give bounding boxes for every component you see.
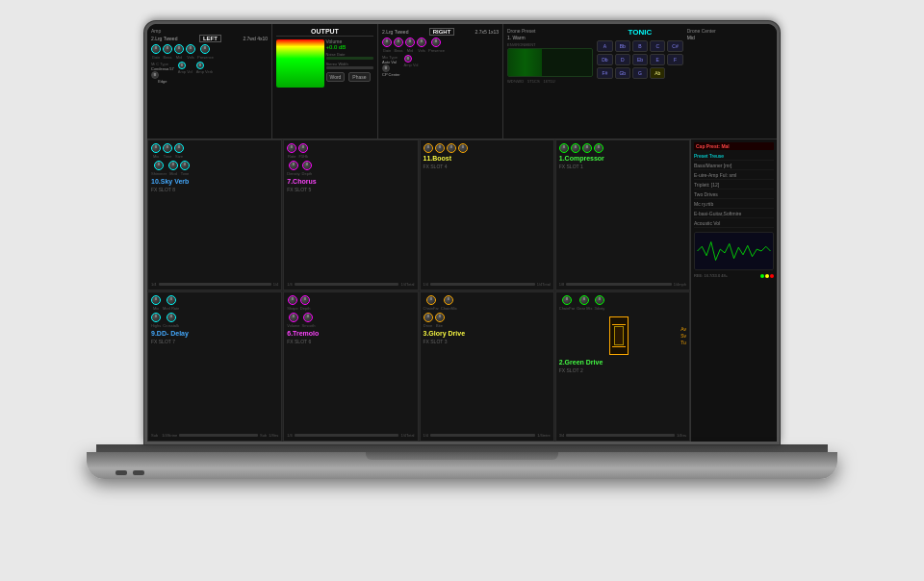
knob-amp-vol-right[interactable] <box>404 55 412 63</box>
tonic-key-eb[interactable]: Eb <box>632 54 648 65</box>
knob-3-comp[interactable] <box>582 143 592 153</box>
preset-item-2[interactable]: Bass/Manner [mr] <box>694 162 774 170</box>
preset-item-5[interactable]: Two Drives <box>694 190 774 199</box>
knob-tone-skyverb[interactable] <box>180 161 190 170</box>
knob-cross-delay[interactable] <box>167 313 176 322</box>
fx-label-greendrive: FX SLOT 2 <box>559 367 686 373</box>
drone-preset-label: Drone Preset <box>507 28 593 34</box>
tonic-key-csharp[interactable]: C# <box>667 40 682 52</box>
chip-labels-green: AvSvTu <box>680 326 686 345</box>
word-btn[interactable]: Word <box>326 72 346 82</box>
daw-application: Amp 2.Lrg Tweed LEFT 2.7wd 4x10 Gain Bas… <box>147 24 777 442</box>
preset-item-8[interactable]: Acoustic Vol <box>694 219 774 228</box>
knob-smooth-trem[interactable] <box>303 313 313 322</box>
mini-bar1-delay[interactable] <box>179 434 258 437</box>
fx-name-greendrive: 2.Green Drive <box>559 359 686 366</box>
knob-shape-trem[interactable] <box>288 295 297 305</box>
fx-name-chorus: 7.Chorus <box>287 178 414 185</box>
mini-bar1-compressor[interactable] <box>566 283 671 286</box>
knob-size-skyverb[interactable] <box>174 143 184 153</box>
knob-4-boost[interactable] <box>458 143 468 153</box>
preset-item-3[interactable]: E-uire-Amp Ful: sml <box>694 171 774 180</box>
knob-mod-skyverb[interactable] <box>168 161 178 170</box>
knob-amp-verb-left[interactable] <box>196 62 204 69</box>
knob-bass-left[interactable] <box>163 44 172 54</box>
knob-vol-left[interactable] <box>186 44 195 54</box>
knob-f5hk-chorus[interactable] <box>298 143 308 153</box>
knob-mix-skyverb[interactable] <box>151 143 161 153</box>
tonic-key-db[interactable]: Db <box>597 54 612 65</box>
knob-bass-right[interactable] <box>394 38 403 47</box>
knob-4-comp[interactable] <box>594 143 603 153</box>
knob-mix-delay[interactable] <box>151 295 161 305</box>
mini-bar1-skyverb[interactable] <box>159 283 271 286</box>
knob-mic-pos-left[interactable] <box>151 71 159 79</box>
phase-btn[interactable]: Phase <box>348 72 370 82</box>
tonic-key-e[interactable]: E <box>650 54 665 65</box>
tonic-key-f[interactable]: F <box>667 54 682 65</box>
sub1-compressor: 1/8 <box>559 282 565 287</box>
knob-vol-trem[interactable] <box>289 313 298 322</box>
mini-bar1-glory[interactable] <box>430 434 535 437</box>
mini-bar1-greendrive[interactable] <box>566 434 675 437</box>
knob-gain-right[interactable] <box>382 38 392 47</box>
knob-2-boost[interactable] <box>435 143 445 153</box>
sub3-delay: Sub <box>260 433 267 438</box>
knob-presence-left[interactable] <box>200 44 210 54</box>
knob-2-comp[interactable] <box>571 143 580 153</box>
daw-top-row: Amp 2.Lrg Tweed LEFT 2.7wd 4x10 Gain Bas… <box>147 24 777 139</box>
knob-vol-right[interactable] <box>417 38 426 47</box>
sub-row-delay: Sub 1/4Strine Sub 1/8trs <box>151 431 278 438</box>
amp-vol-label-right: Amp Vol <box>404 63 419 67</box>
knob-mid-right[interactable] <box>405 38 415 47</box>
knob-gain-left[interactable] <box>151 44 161 54</box>
knob-depth-chorus[interactable] <box>302 161 312 170</box>
knob-depth-trem[interactable] <box>300 295 310 305</box>
tonic-key-bb[interactable]: Bb <box>615 40 630 52</box>
tonic-key-gb[interactable]: Gb <box>615 67 630 79</box>
output-panel: OUTPUT Volume +0.0 dB Noise Gate Stereo … <box>272 24 378 139</box>
knob-modrate-delay[interactable] <box>167 295 176 305</box>
knob-mic-right[interactable] <box>382 64 390 72</box>
knob-density-chorus[interactable] <box>289 161 298 170</box>
preset-item-7[interactable]: E-basi-Guitar,Softmire <box>694 210 774 218</box>
knob-rate-chorus[interactable] <box>287 143 296 153</box>
fx-name-skyverb: 10.Sky Verb <box>151 178 278 185</box>
mini-bar1-chorus[interactable] <box>295 283 399 286</box>
fx-name-delay: 9.DD- Delay <box>151 330 278 337</box>
tonic-key-g[interactable]: G <box>632 67 648 79</box>
knob-amp-vol-left[interactable] <box>178 62 186 69</box>
sub-row-skyverb: 1/4 1/4 <box>151 280 278 287</box>
tonic-key-c[interactable]: C <box>650 40 665 52</box>
knob-shimmer-skyverb[interactable] <box>154 161 164 170</box>
tonic-key-a[interactable]: A <box>597 40 612 52</box>
knob-bite-glory[interactable] <box>435 313 445 322</box>
knob-highs-delay[interactable] <box>151 313 161 322</box>
knob-mid-left[interactable] <box>174 44 184 54</box>
preset-item-4[interactable]: Triplett: [12] <box>694 181 774 189</box>
knob-chain-glory[interactable] <box>426 295 436 305</box>
tonic-key-d[interactable]: D <box>615 54 630 65</box>
knob-mix-glory[interactable] <box>444 295 453 305</box>
knob-3dvrty-green[interactable] <box>595 295 604 305</box>
mini-bar1-tremolo[interactable] <box>295 434 399 437</box>
tonic-key-ab[interactable]: Ab <box>650 67 665 79</box>
knob-1-boost[interactable] <box>424 143 433 153</box>
tonic-key-fsharp[interactable]: F# <box>597 67 612 79</box>
tonic-key-b[interactable]: B <box>632 40 648 52</box>
mini-bar1-boost[interactable] <box>430 283 535 286</box>
knob-1-comp[interactable] <box>559 143 569 153</box>
preset-item-6[interactable]: Mc ry.rtib <box>694 200 774 209</box>
knob-presence-right[interactable] <box>431 38 441 47</box>
knob-3-boost[interactable] <box>447 143 456 153</box>
preset-item-1[interactable]: Preset Treuse <box>694 152 774 161</box>
sub-row-greendrive: 3/4 1/4trs <box>559 431 686 438</box>
knob-chain-green[interactable] <box>562 295 572 305</box>
stereo-width-bar[interactable] <box>326 66 374 69</box>
knob-drive-glory[interactable] <box>424 313 433 322</box>
chip-visual-green <box>609 316 629 355</box>
noise-gate-bar[interactable] <box>326 57 374 60</box>
knob-gearmix-green[interactable] <box>579 295 589 305</box>
sub1-skyverb: 1/4 <box>151 282 157 287</box>
knob-time-skyverb[interactable] <box>163 143 172 153</box>
